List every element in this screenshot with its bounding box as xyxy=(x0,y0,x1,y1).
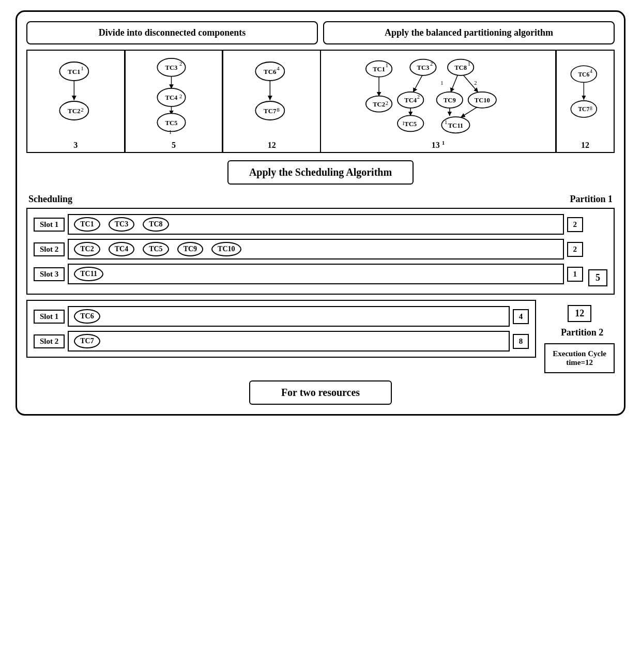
svg-text:1: 1 xyxy=(468,61,470,67)
algo-label: Apply the Scheduling Algorithm xyxy=(249,166,392,178)
partition1-title: Partition 1 xyxy=(570,194,613,205)
graph-partition-3: TC6 TC7 4 8 12 xyxy=(223,51,320,152)
svg-text:2: 2 xyxy=(430,61,433,67)
svg-text:TC4: TC4 xyxy=(404,97,417,104)
footer-box-container: For two resources xyxy=(26,380,615,405)
footer-label: For two resources xyxy=(281,387,360,398)
p2-slot1-row: Slot 1 TC6 4 xyxy=(34,306,529,327)
svg-text:1: 1 xyxy=(81,65,84,71)
graph-partition-r2: TC6 TC7 4 8 12 xyxy=(557,51,614,152)
partition2-total: 12 xyxy=(568,305,591,322)
p2-slot2-label: Slot 2 xyxy=(34,334,65,348)
tc3-oval: TC3 xyxy=(109,217,134,232)
algo-box-container: Apply the Scheduling Algorithm xyxy=(26,160,615,185)
svg-text:TC11: TC11 xyxy=(448,122,463,129)
part-num-2: 5 xyxy=(172,141,176,150)
scheduling-header: Scheduling Partition 1 xyxy=(26,194,615,205)
graph-partition-r1: TC1 TC2 TC3 TC4 TC5 TC8 TC9 TC10 xyxy=(321,51,557,152)
svg-text:TC6: TC6 xyxy=(578,71,589,78)
tc10-oval: TC10 xyxy=(211,242,241,256)
svg-text:TC1: TC1 xyxy=(373,66,385,73)
part-num-r2: 12 xyxy=(581,141,589,150)
tc11-oval: TC11 xyxy=(74,267,103,281)
p2-slot2-content: TC7 xyxy=(68,331,510,352)
scheduling-title: Scheduling xyxy=(28,194,72,205)
svg-text:8: 8 xyxy=(590,105,592,111)
p2-slot1-label: Slot 1 xyxy=(34,310,65,324)
partition1-box: Slot 1 TC1 TC3 TC8 2 Slot 2 TC2 TC xyxy=(26,208,615,295)
divide-box: Divide into disconnected components xyxy=(26,21,318,44)
slot1-label: Slot 1 xyxy=(34,218,65,232)
partition2-box: Slot 1 TC6 4 Slot 2 TC7 8 xyxy=(26,300,536,358)
svg-text:TC10: TC10 xyxy=(475,97,490,104)
svg-text:1: 1 xyxy=(386,63,388,68)
p2-slot1-number: 4 xyxy=(513,309,529,324)
partition1-slots: Slot 1 TC1 TC3 TC8 2 Slot 2 TC2 TC xyxy=(34,214,583,288)
svg-text:1: 1 xyxy=(169,129,171,135)
svg-text:2: 2 xyxy=(474,80,477,86)
tc6-oval: TC6 xyxy=(74,309,100,324)
partition2-right: 12 Partition 2 Execution Cycletime=12 xyxy=(544,300,615,373)
svg-text:2: 2 xyxy=(386,100,388,106)
tc8-oval: TC8 xyxy=(143,217,169,232)
tc7-oval: TC7 xyxy=(74,334,100,348)
tc2-oval: TC2 xyxy=(74,242,100,256)
slot3-label: Slot 3 xyxy=(34,267,65,281)
svg-text:TC2: TC2 xyxy=(373,101,385,108)
slot2-content: TC2 TC4 TC5 TC9 TC10 xyxy=(68,239,563,259)
svg-text:TC2: TC2 xyxy=(68,107,81,115)
svg-text:4: 4 xyxy=(277,65,280,71)
graph-partition-2: TC3 TC4 TC5 2 2 1 5 xyxy=(126,51,224,152)
slot3-content: TC11 xyxy=(68,264,563,284)
svg-line-32 xyxy=(451,74,459,93)
svg-line-30 xyxy=(413,74,423,93)
top-section: Divide into disconnected components Appl… xyxy=(26,21,615,44)
graph-right: TC1 TC2 TC3 TC4 TC5 TC8 TC9 TC10 xyxy=(321,51,614,152)
svg-text:1: 1 xyxy=(402,120,405,126)
svg-text:4: 4 xyxy=(590,68,592,74)
partition-box: Apply the balanced partitioning algorith… xyxy=(323,21,615,44)
svg-text:TC3: TC3 xyxy=(417,64,430,71)
p2-slot1-content: TC6 xyxy=(68,306,510,327)
slot2-row: Slot 2 TC2 TC4 TC5 TC9 TC10 2 xyxy=(34,239,583,259)
algo-box: Apply the Scheduling Algorithm xyxy=(227,160,414,185)
partition2-area: Slot 1 TC6 4 Slot 2 TC7 8 12 Partiti xyxy=(26,300,615,373)
p2-slot2-number: 8 xyxy=(513,334,529,349)
svg-text:TC3: TC3 xyxy=(165,64,177,71)
exec-cycle-box: Execution Cycletime=12 xyxy=(544,343,615,373)
svg-text:TC6: TC6 xyxy=(264,68,277,75)
svg-text:1: 1 xyxy=(440,80,443,86)
slot3-row: Slot 3 TC11 1 xyxy=(34,264,583,284)
scheduling-section: Scheduling Partition 1 Slot 1 TC1 TC3 TC… xyxy=(26,194,615,373)
graph-partition-1: TC1 TC2 1 2 3 xyxy=(27,51,126,152)
partition1-total: 5 xyxy=(588,269,607,286)
partition2-title: Partition 2 xyxy=(561,327,604,338)
main-container: Divide into disconnected components Appl… xyxy=(16,10,625,416)
footer-box: For two resources xyxy=(249,380,392,405)
svg-text:2: 2 xyxy=(179,94,182,99)
tc9-oval: TC9 xyxy=(177,242,203,256)
svg-text:TC4: TC4 xyxy=(165,94,177,101)
svg-text:TC1: TC1 xyxy=(68,68,81,75)
graph-section: TC1 TC2 1 2 3 xyxy=(26,50,615,153)
svg-text:TC8: TC8 xyxy=(454,64,467,71)
part-num-1: 3 xyxy=(73,141,78,150)
svg-text:TC5: TC5 xyxy=(165,119,177,127)
slot2-label: Slot 2 xyxy=(34,242,65,256)
svg-text:TC5: TC5 xyxy=(404,120,417,128)
svg-text:2: 2 xyxy=(81,106,84,113)
svg-text:2: 2 xyxy=(417,94,420,100)
tc4-oval: TC4 xyxy=(109,242,134,256)
slot3-number: 1 xyxy=(567,267,584,282)
part-num-3: 12 xyxy=(268,141,276,150)
slot1-content: TC1 TC3 TC8 xyxy=(68,214,563,235)
part-num-r1: 13 1 xyxy=(432,140,445,150)
tc5-oval: TC5 xyxy=(143,242,169,256)
partition-label: Apply the balanced partitioning algorith… xyxy=(385,27,553,38)
svg-text:TC7: TC7 xyxy=(264,107,277,115)
svg-text:TC9: TC9 xyxy=(444,97,456,104)
divide-label: Divide into disconnected components xyxy=(99,27,246,38)
svg-text:TC7: TC7 xyxy=(578,106,589,113)
svg-text:1: 1 xyxy=(445,119,447,125)
slot1-row: Slot 1 TC1 TC3 TC8 2 xyxy=(34,214,583,235)
